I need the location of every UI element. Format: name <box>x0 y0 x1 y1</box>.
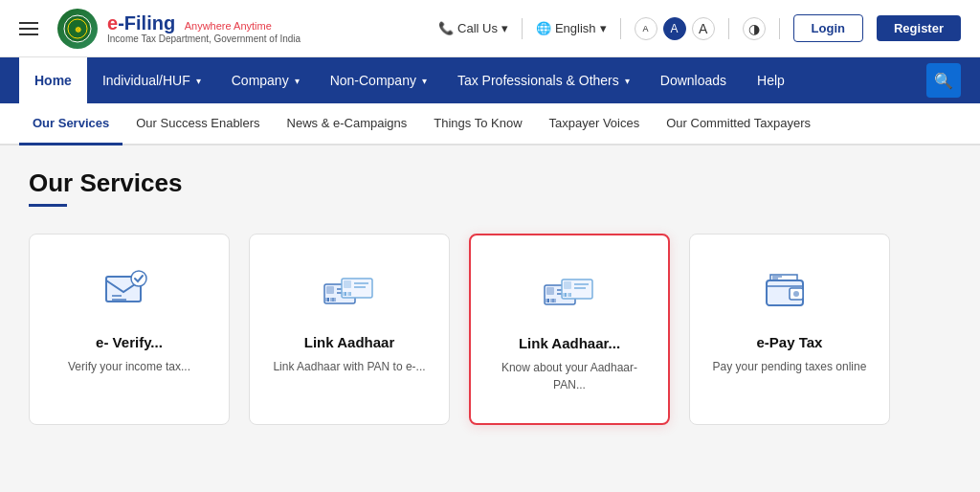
card-e-verify[interactable]: e- Verify... Verify your income tax... <box>29 234 230 425</box>
logo-tagline: Anywhere Anytime <box>185 20 272 32</box>
card-icon-e-verify <box>100 261 158 319</box>
sub-item-success-enablers[interactable]: Our Success Enablers <box>122 103 273 145</box>
nav-item-individual[interactable]: Individual/HUF ▾ <box>87 57 216 103</box>
nav-item-company[interactable]: Company ▾ <box>216 57 315 103</box>
nav-item-help[interactable]: Help <box>742 57 800 103</box>
card-link-aadhaar-status[interactable]: Link Aadhaar... Know about your Aadhaar-… <box>469 234 670 425</box>
divider-4 <box>779 18 780 39</box>
card-desc-epay-tax: Pay your pending taxes online <box>713 358 867 375</box>
divider-1 <box>522 18 523 39</box>
govt-emblem: ☸ <box>57 9 98 49</box>
card-icon-link-aadhaar <box>321 261 378 319</box>
svg-point-4 <box>131 271 146 286</box>
nav-chevron-tax-professionals: ▾ <box>625 76 630 86</box>
top-bar: ☸ e-Filing Anywhere Anytime Income Tax D… <box>0 0 980 57</box>
register-button[interactable]: Register <box>877 15 961 41</box>
login-button[interactable]: Login <box>793 14 863 42</box>
page-title: Our Services <box>29 168 951 198</box>
sub-item-our-services[interactable]: Our Services <box>19 103 122 145</box>
nav-chevron-individual: ▾ <box>196 76 201 86</box>
search-icon: 🔍 <box>934 72 953 90</box>
logo-area: ☸ e-Filing Anywhere Anytime Income Tax D… <box>19 9 301 49</box>
phone-icon: 📞 <box>438 21 454 35</box>
hamburger-menu[interactable] <box>19 22 38 35</box>
card-title-e-verify: e- Verify... <box>96 334 163 350</box>
contrast-btn[interactable]: ◑ <box>743 17 766 40</box>
card-desc-link-aadhaar-status: Know about your Aadhaar-PAN... <box>490 359 649 393</box>
font-controls: A A A <box>635 17 715 40</box>
card-link-aadhaar[interactable]: Link Aadhaar Link Aadhaar with PAN to e-… <box>249 234 450 425</box>
lang-chevron: ▾ <box>600 21 607 35</box>
call-us-label: Call Us <box>457 21 498 35</box>
svg-rect-8 <box>326 286 334 294</box>
sub-item-committed-taxpayers[interactable]: Our Committed Taxpayers <box>653 103 824 145</box>
call-us-button[interactable]: 📞 Call Us ▾ <box>438 21 508 35</box>
main-nav: Home Individual/HUF ▾ Company ▾ Non-Comp… <box>0 57 980 103</box>
font-large-btn[interactable]: A <box>692 17 715 40</box>
call-us-chevron: ▾ <box>501 21 508 35</box>
logo-text: e-Filing Anywhere Anytime Income Tax Dep… <box>107 12 301 44</box>
nav-item-home[interactable]: Home <box>19 57 87 103</box>
card-icon-link-aadhaar-status <box>541 262 598 320</box>
nav-item-non-company[interactable]: Non-Company ▾ <box>315 57 442 103</box>
globe-icon: 🌐 <box>536 21 551 35</box>
svg-point-43 <box>793 291 799 297</box>
page-title-underline <box>29 204 67 207</box>
card-desc-link-aadhaar: Link Aadhaar with PAN to e-... <box>273 358 425 375</box>
language-selector[interactable]: 🌐 English ▾ <box>536 21 607 35</box>
sub-item-news-campaigns[interactable]: News & e-Campaigns <box>274 103 421 145</box>
sub-nav: Our Services Our Success Enablers News &… <box>0 103 980 145</box>
sub-item-taxpayer-voices[interactable]: Taxpayer Voices <box>536 103 654 145</box>
cards-grid: e- Verify... Verify your income tax... <box>29 234 951 425</box>
divider-2 <box>620 18 621 39</box>
card-desc-e-verify: Verify your income tax... <box>68 358 190 375</box>
nav-chevron-non-company: ▾ <box>422 76 427 86</box>
font-small-btn[interactable]: A <box>635 17 657 40</box>
logo-dept: Income Tax Department, Government of Ind… <box>107 34 301 44</box>
logo-brand: e-Filing Anywhere Anytime <box>107 12 301 34</box>
sub-item-things-to-know[interactable]: Things To Know <box>420 103 535 145</box>
card-title-link-aadhaar-status: Link Aadhaar... <box>519 335 620 351</box>
font-medium-btn[interactable]: A <box>663 17 686 40</box>
divider-3 <box>728 18 729 39</box>
svg-rect-25 <box>546 287 554 295</box>
nav-item-downloads[interactable]: Downloads <box>645 57 742 103</box>
svg-text:☸: ☸ <box>75 26 81 34</box>
nav-item-tax-professionals[interactable]: Tax Professionals & Others ▾ <box>442 57 645 103</box>
card-icon-epay-tax <box>761 261 818 319</box>
card-epay-tax[interactable]: e-Pay Tax Pay your pending taxes online <box>689 234 890 425</box>
card-title-epay-tax: e-Pay Tax <box>757 334 823 350</box>
card-title-link-aadhaar: Link Aadhaar <box>304 334 394 350</box>
page-content: Our Services e- Verify... Verify your in… <box>0 145 980 471</box>
nav-chevron-company: ▾ <box>295 76 300 86</box>
svg-rect-34 <box>564 281 571 289</box>
top-right-controls: 📞 Call Us ▾ 🌐 English ▾ A A A ◑ Login Re… <box>438 14 961 42</box>
language-label: English <box>555 21 596 35</box>
svg-rect-17 <box>344 280 351 288</box>
search-button[interactable]: 🔍 <box>926 63 961 98</box>
